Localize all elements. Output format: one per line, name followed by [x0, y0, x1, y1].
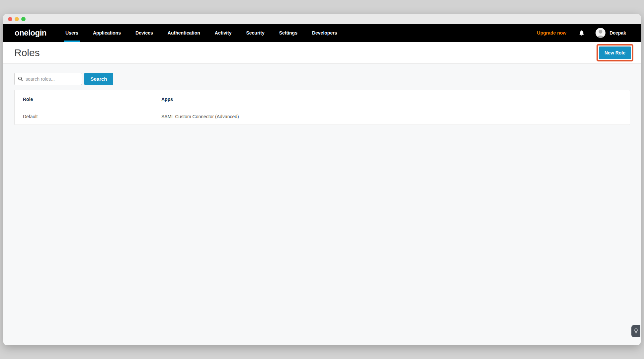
page-title: Roles — [14, 47, 40, 58]
user-name: Deepak — [609, 30, 626, 36]
nav-right-section: Upgrade now Deepak — [537, 28, 626, 38]
search-field-container — [14, 73, 82, 85]
search-roles-input[interactable] — [26, 76, 78, 82]
nav-item-applications[interactable]: Applications — [86, 24, 128, 42]
minimize-window-button[interactable] — [15, 17, 19, 21]
roles-content-area: Search Role Apps Default SAML Custom Con… — [3, 64, 641, 125]
search-icon — [18, 76, 23, 81]
main-nav-menu: Users Applications Devices Authenticatio… — [58, 24, 344, 42]
top-nav-bar: onelogin Users Applications Devices Auth… — [3, 24, 641, 42]
nav-item-developers[interactable]: Developers — [305, 24, 344, 42]
nav-item-security[interactable]: Security — [239, 24, 272, 42]
close-window-button[interactable] — [8, 17, 12, 21]
nav-item-devices[interactable]: Devices — [128, 24, 160, 42]
role-apps-cell: SAML Custom Connector (Advanced) — [161, 114, 630, 119]
bell-icon[interactable] — [579, 30, 585, 36]
help-widget-tab[interactable] — [631, 325, 640, 337]
new-role-button[interactable]: New Role — [599, 46, 631, 59]
onelogin-logo[interactable]: onelogin — [15, 28, 46, 38]
search-button[interactable]: Search — [84, 73, 113, 85]
user-menu[interactable]: Deepak — [596, 28, 626, 38]
lightbulb-icon — [634, 328, 638, 334]
roles-table: Role Apps Default SAML Custom Connector … — [14, 90, 630, 125]
table-row[interactable]: Default SAML Custom Connector (Advanced) — [15, 108, 630, 125]
nav-item-authentication[interactable]: Authentication — [160, 24, 207, 42]
maximize-window-button[interactable] — [21, 17, 26, 21]
new-role-highlight-annotation: New Role — [597, 44, 633, 61]
nav-item-users[interactable]: Users — [58, 24, 86, 42]
browser-window: onelogin Users Applications Devices Auth… — [3, 14, 641, 345]
nav-item-activity[interactable]: Activity — [207, 24, 239, 42]
upgrade-now-link[interactable]: Upgrade now — [537, 30, 567, 36]
page-header: Roles New Role — [3, 42, 641, 64]
user-avatar — [596, 28, 605, 38]
search-row: Search — [14, 73, 630, 85]
column-header-role: Role — [15, 97, 161, 102]
role-name-cell[interactable]: Default — [15, 114, 161, 119]
nav-item-settings[interactable]: Settings — [272, 24, 305, 42]
window-titlebar — [3, 14, 641, 24]
roles-table-header: Role Apps — [15, 90, 630, 108]
column-header-apps: Apps — [161, 97, 630, 102]
